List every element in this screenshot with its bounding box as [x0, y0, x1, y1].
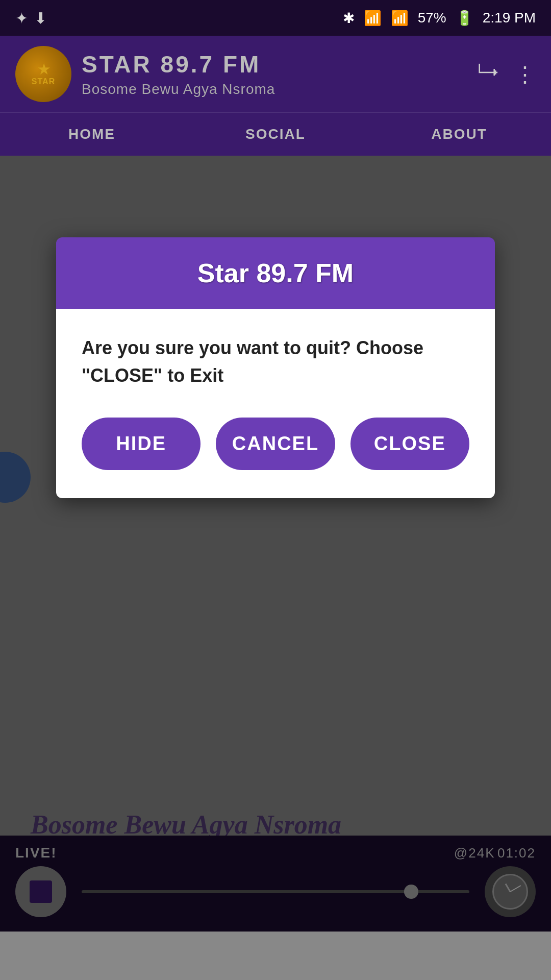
nav-tabs: HOME SOCIAL ABOUT	[0, 112, 551, 156]
logo-text: ★ STAR	[32, 62, 55, 86]
dialog-title: Star 89.7 FM	[197, 258, 354, 288]
quit-dialog: Star 89.7 FM Are you sure you want to qu…	[56, 237, 495, 498]
app-logo: ★ STAR	[15, 46, 71, 102]
dialog-message: Are you sure you want to quit? Choose "C…	[82, 334, 469, 389]
status-time: 2:19 PM	[483, 10, 536, 26]
header-left: ★ STAR STAR 89.7 FM Bosome Bewu Agya Nsr…	[15, 46, 275, 102]
dialog-buttons: HIDE CANCEL CLOSE	[82, 418, 469, 470]
more-options-icon[interactable]: ⋮	[514, 62, 536, 87]
tab-social[interactable]: SOCIAL	[184, 113, 367, 156]
star-app-icon: ✦	[15, 9, 28, 27]
close-button[interactable]: CLOSE	[350, 418, 469, 470]
tab-about[interactable]: ABOUT	[367, 113, 551, 156]
share-icon[interactable]: ⮡	[478, 62, 499, 86]
app-title: STAR 89.7 FM	[82, 51, 275, 78]
status-bar: ✦ ⬇ ✱ 📶 📶 57% 🔋 2:19 PM	[0, 0, 551, 36]
wifi-icon: 📶	[364, 10, 382, 27]
signal-icon: 📶	[391, 10, 409, 27]
app-subtitle: Bosome Bewu Agya Nsroma	[82, 81, 275, 97]
battery-icon: 🔋	[456, 10, 473, 27]
main-content: Bosome Bewu Agya Nsroma Star 89.7 FM Are…	[0, 156, 551, 932]
battery-label: 57%	[418, 10, 446, 26]
header-text-block: STAR 89.7 FM Bosome Bewu Agya Nsroma	[82, 51, 275, 97]
dialog-overlay: Star 89.7 FM Are you sure you want to qu…	[0, 156, 551, 932]
dialog-body: Are you sure you want to quit? Choose "C…	[56, 309, 495, 498]
dialog-header: Star 89.7 FM	[56, 237, 495, 309]
app-header: ★ STAR STAR 89.7 FM Bosome Bewu Agya Nsr…	[0, 36, 551, 112]
hide-button[interactable]: HIDE	[82, 418, 201, 470]
status-right-icons: ✱ 📶 📶 57% 🔋 2:19 PM	[343, 10, 536, 27]
status-left-icons: ✦ ⬇	[15, 9, 47, 27]
tab-home[interactable]: HOME	[0, 113, 184, 156]
cancel-button[interactable]: CANCEL	[216, 418, 335, 470]
bluetooth-icon: ✱	[343, 10, 355, 27]
header-actions: ⮡ ⋮	[478, 62, 536, 87]
download-icon: ⬇	[34, 9, 47, 27]
